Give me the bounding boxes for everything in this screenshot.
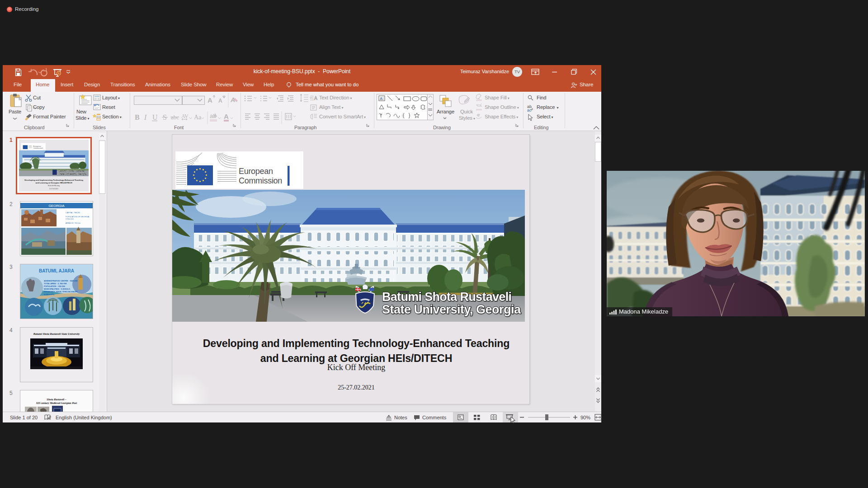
svg-text:XII century Medieval Georgian: XII century Medieval Georgian Poet: [36, 402, 77, 404]
svg-text:State University, Georgia: State University, Georgia: [58, 173, 86, 175]
svg-text:KOBULETI): KOBULETI): [44, 293, 54, 296]
svg-text:Batumi Shota Rustaveli: Batumi Shota Rustaveli: [58, 169, 85, 172]
svg-text:Batumi Shota Rustaveli: Batumi Shota Rustaveli: [382, 290, 512, 304]
svg-text:25-27.02.2021: 25-27.02.2021: [49, 188, 58, 190]
svg-text:A: A: [314, 96, 317, 101]
svg-text:ADMINISTRATIVE CENTRE – BATUMI: ADMINISTRATIVE CENTRE – BATUMI: [44, 280, 77, 282]
svg-text:SHUAKHEVI, KEDA, KHELVACHAURI,: SHUAKHEVI, KEDA, KHELVACHAURI,: [44, 291, 78, 293]
svg-text:POPULATION – 350 000: POPULATION – 350 000: [44, 285, 66, 287]
svg-text:A: A: [208, 96, 212, 104]
svg-text:I: I: [144, 113, 147, 121]
svg-text:A: A: [380, 96, 382, 101]
svg-text:U: U: [152, 113, 158, 121]
svg-text:MUNICIPALITIES – 5 (KHULO,: MUNICIPALITIES – 5 (KHULO,: [44, 288, 71, 290]
svg-text:BATUMI, AJARA: BATUMI, AJARA: [39, 268, 74, 273]
svg-text:A: A: [218, 98, 222, 104]
svg-text:and Learning at Georgian HEIs/: and Learning at Georgian HEIs/DITECH: [35, 182, 72, 184]
svg-text:European: European: [239, 167, 273, 176]
svg-text:Kick Off Meeting: Kick Off Meeting: [48, 185, 60, 187]
svg-text:Developing and Implementing Te: Developing and Implementing Technology-E…: [24, 179, 83, 181]
svg-text:AV: AV: [181, 113, 189, 119]
svg-text:Commission: Commission: [33, 147, 43, 149]
svg-text:CAPITAL: TBILISI: CAPITAL: TBILISI: [66, 211, 80, 214]
svg-text:ac: ac: [527, 108, 532, 113]
svg-text:A: A: [224, 113, 229, 120]
svg-text:Batumi Shota Rustaveli State U: Batumi Shota Rustaveli State University: [33, 332, 80, 335]
svg-text:State University, Georgia: State University, Georgia: [382, 303, 521, 316]
svg-text:B: B: [135, 113, 140, 121]
svg-text:Aa: Aa: [194, 114, 202, 121]
svg-text:Commission: Commission: [239, 176, 282, 185]
svg-text:Shota Rustaveli –: Shota Rustaveli –: [47, 398, 66, 401]
svg-text:TOTAL AREA – 2, 900 KM: TOTAL AREA – 2, 900 KM: [44, 282, 67, 285]
svg-text:3 900 000: 3 900 000: [66, 218, 74, 220]
svg-text:AREA: 69, 700 km: AREA: 69, 700 km: [66, 222, 81, 224]
svg-text:GEORGIA: GEORGIA: [48, 204, 64, 208]
